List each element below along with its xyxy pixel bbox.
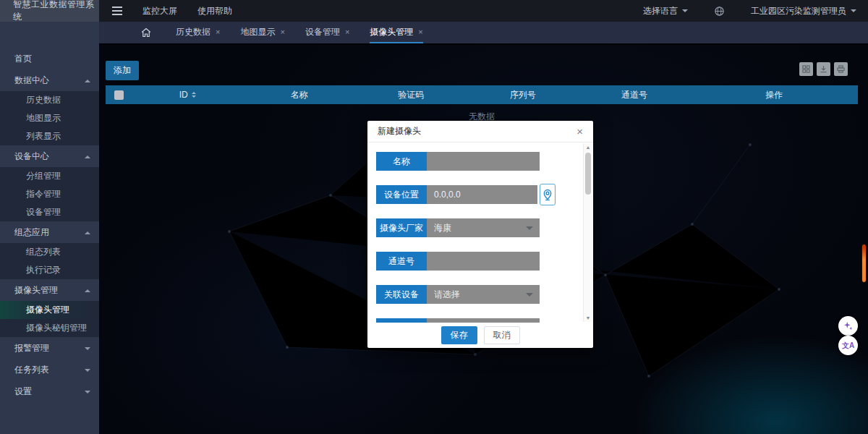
sidebar-group-scada-apps: 组态列表 执行记录 xyxy=(0,243,99,279)
pick-location-button[interactable] xyxy=(540,184,556,205)
column-name: 名称 xyxy=(243,89,354,101)
sidebar-item-group-management[interactable]: 分组管理 xyxy=(0,167,99,185)
vendor-select[interactable]: 海康 xyxy=(427,218,540,237)
print-icon[interactable] xyxy=(834,62,848,76)
location-input[interactable] xyxy=(427,185,537,204)
chevron-up-icon xyxy=(85,286,90,292)
cancel-button[interactable]: 取消 xyxy=(484,326,520,344)
language-selector[interactable]: 选择语言 xyxy=(643,5,688,17)
menu-item-help[interactable]: 使用帮助 xyxy=(197,5,232,17)
sidebar-item-home[interactable]: 首页 xyxy=(0,48,99,69)
hamburger-menu-icon[interactable] xyxy=(112,7,122,15)
name-input[interactable] xyxy=(427,152,540,171)
tab-map-display[interactable]: 地图显示 × xyxy=(240,22,284,43)
new-camera-modal: 新建摄像头 × 名称 设备位置 摄像头厂家 海康 通道号 关联设备 xyxy=(367,121,593,348)
scrollbar-thumb[interactable] xyxy=(585,153,591,195)
sparkle-icon xyxy=(843,320,854,331)
chevron-down-icon xyxy=(851,9,856,15)
sidebar-group-camera-management: 摄像头管理 摄像头秘钥管理 xyxy=(0,301,99,337)
tab-history-data[interactable]: 历史数据 × xyxy=(176,22,220,43)
sidebar-group-device-center: 分组管理 指令管理 设备管理 xyxy=(0,167,99,221)
chevron-down-icon xyxy=(85,347,90,353)
modal-header: 新建摄像头 × xyxy=(367,121,593,142)
globe-icon[interactable] xyxy=(714,6,725,17)
sort-icon[interactable] xyxy=(192,90,196,100)
chevron-down-icon xyxy=(85,391,90,396)
chevron-down-icon xyxy=(526,226,533,234)
chevron-down-icon xyxy=(682,9,688,15)
sidebar-item-task-list[interactable]: 任务列表 xyxy=(0,359,99,380)
close-icon[interactable]: × xyxy=(216,27,220,36)
table-header: ID 名称 验证码 序列号 通道号 操作 xyxy=(106,85,858,104)
sidebar-item-camera-management[interactable]: 摄像头管理 xyxy=(0,279,99,301)
map-pin-icon xyxy=(542,189,553,201)
field-row-linked-device: 关联设备 请选择 xyxy=(376,285,540,304)
scroll-up-icon[interactable]: ▲ xyxy=(584,145,592,150)
user-menu[interactable]: 工业园区污染监测管理员 xyxy=(751,5,856,17)
sidebar-item-settings[interactable]: 设置 xyxy=(0,380,99,402)
column-verify-code: 验证码 xyxy=(355,89,467,101)
name-field-label: 名称 xyxy=(376,152,427,171)
export-icon[interactable] xyxy=(817,62,830,76)
channel-field-label: 通道号 xyxy=(376,252,427,271)
chevron-up-icon xyxy=(85,153,90,158)
field-row-vendor: 摄像头厂家 海康 xyxy=(376,218,540,237)
scroll-down-icon[interactable]: ▼ xyxy=(584,315,592,320)
sidebar-item-camera-secret-management[interactable]: 摄像头秘钥管理 xyxy=(0,319,99,337)
sidebar-item-execution-records[interactable]: 执行记录 xyxy=(0,261,99,279)
column-serial-number: 序列号 xyxy=(467,89,578,101)
close-icon[interactable]: × xyxy=(345,27,349,36)
chevron-down-icon xyxy=(526,293,533,300)
clipped-field-label xyxy=(376,318,427,323)
sidebar-item-camera-management-sub[interactable]: 摄像头管理 xyxy=(0,301,99,319)
sidebar-item-scada-apps[interactable]: 组态应用 xyxy=(0,221,99,243)
table-tools xyxy=(799,62,848,76)
columns-icon[interactable] xyxy=(799,62,813,76)
channel-input[interactable] xyxy=(427,252,540,271)
close-icon[interactable]: × xyxy=(576,126,583,137)
column-id[interactable]: ID xyxy=(132,90,243,101)
close-icon[interactable]: × xyxy=(280,27,284,36)
field-row-location: 设备位置 xyxy=(376,185,556,204)
page-scrollbar-indicator[interactable] xyxy=(861,244,867,283)
sidebar-item-data-center[interactable]: 数据中心 xyxy=(0,69,99,91)
top-header: 智慧工业数据管理系统 监控大屏 使用帮助 选择语言 工业园区污染监测管理员 xyxy=(0,0,868,22)
sidebar-item-scada-list[interactable]: 组态列表 xyxy=(0,243,99,261)
tab-device-management[interactable]: 设备管理 × xyxy=(305,22,349,43)
tab-strip: 历史数据 × 地图显示 × 设备管理 × 摄像头管理 × xyxy=(99,22,868,43)
close-icon[interactable]: × xyxy=(418,27,422,36)
language-label: 选择语言 xyxy=(643,5,678,17)
linked-device-select[interactable]: 请选择 xyxy=(427,285,540,304)
chevron-up-icon xyxy=(85,229,90,234)
sidebar-item-device-management[interactable]: 设备管理 xyxy=(0,203,99,221)
column-actions: 操作 xyxy=(690,89,858,101)
sidebar-item-device-center[interactable]: 设备中心 xyxy=(0,145,99,167)
select-all-checkbox[interactable] xyxy=(114,90,124,100)
modal-scrollbar[interactable]: ▲ ▼ xyxy=(583,143,592,322)
sidebar-item-command-management[interactable]: 指令管理 xyxy=(0,185,99,203)
add-button[interactable]: 添加 xyxy=(106,61,139,80)
sidebar-item-alarm-management[interactable]: 报警管理 xyxy=(0,337,99,359)
sidebar-item-list-display[interactable]: 列表显示 xyxy=(0,127,99,145)
save-button[interactable]: 保存 xyxy=(441,326,477,344)
column-channel-number: 通道号 xyxy=(579,89,690,101)
tab-camera-management[interactable]: 摄像头管理 × xyxy=(370,22,422,43)
modal-body: 名称 设备位置 摄像头厂家 海康 通道号 关联设备 请选择 xyxy=(367,142,593,323)
field-row-channel: 通道号 xyxy=(376,252,540,271)
home-tab[interactable] xyxy=(141,27,151,38)
sidebar-item-map-display[interactable]: 地图显示 xyxy=(0,109,99,127)
field-row-name: 名称 xyxy=(376,152,540,171)
menu-item-monitor-screen[interactable]: 监控大屏 xyxy=(142,5,177,17)
chevron-down-icon xyxy=(85,369,90,375)
chevron-up-icon xyxy=(85,77,90,82)
sidebar-group-data-center: 历史数据 地图显示 列表显示 xyxy=(0,91,99,145)
modal-title: 新建摄像头 xyxy=(378,125,421,137)
translate-button[interactable]: 文A xyxy=(838,336,858,355)
header-right: 选择语言 工业园区污染监测管理员 xyxy=(643,5,868,17)
home-icon xyxy=(141,27,151,38)
vendor-field-label: 摄像头厂家 xyxy=(376,218,427,237)
sidebar-item-history-data[interactable]: 历史数据 xyxy=(0,91,99,109)
ai-sparkle-button[interactable] xyxy=(838,316,858,336)
location-field-label: 设备位置 xyxy=(376,185,427,204)
toolbar: 添加 xyxy=(106,61,858,80)
